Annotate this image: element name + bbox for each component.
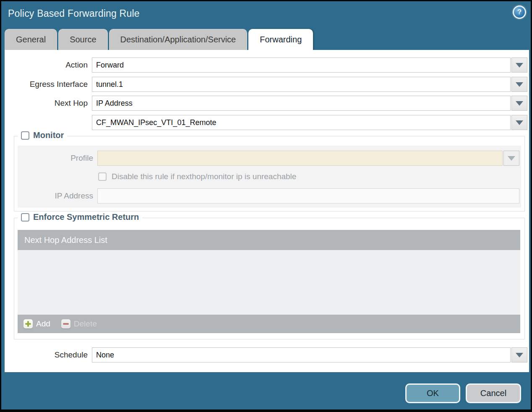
cancel-button[interactable]: Cancel bbox=[466, 383, 521, 403]
help-icon[interactable]: ? bbox=[513, 5, 526, 19]
next-hop-address-list-header: Next Hop Address List bbox=[18, 230, 520, 250]
enforce-symmetric-return-checkbox[interactable] bbox=[21, 213, 29, 222]
chevron-down-icon bbox=[516, 353, 523, 357]
action-select[interactable]: Forward bbox=[92, 57, 511, 73]
monitor-ip-address-label: IP Address bbox=[18, 191, 93, 201]
profile-select bbox=[97, 151, 503, 166]
next-hop-type-dropdown-button[interactable] bbox=[511, 96, 527, 111]
profile-dropdown-button bbox=[503, 151, 519, 166]
chevron-down-icon bbox=[516, 63, 523, 68]
enforce-symmetric-return-fieldset: Enforce Symmetric Return Next Hop Addres… bbox=[14, 218, 525, 339]
chevron-down-icon bbox=[516, 120, 523, 125]
help-glyph: ? bbox=[517, 8, 522, 16]
monitor-label: Monitor bbox=[33, 130, 64, 140]
plus-icon bbox=[23, 319, 33, 329]
tab-source[interactable]: Source bbox=[58, 29, 107, 50]
next-hop-address-list-body bbox=[18, 250, 520, 315]
delete-button-label: Delete bbox=[74, 319, 97, 329]
egress-interface-select[interactable]: tunnel.1 bbox=[92, 77, 511, 92]
chevron-down-icon bbox=[516, 101, 523, 106]
disable-rule-checkbox bbox=[98, 172, 107, 181]
enforce-symmetric-return-legend: Enforce Symmetric Return bbox=[18, 212, 142, 222]
next-hop-type-select[interactable]: IP Address bbox=[92, 96, 511, 111]
add-button-label: Add bbox=[36, 319, 50, 329]
next-hop-label: Next Hop bbox=[5, 99, 88, 108]
schedule-dropdown-button[interactable] bbox=[511, 347, 527, 362]
delete-button: Delete bbox=[61, 319, 97, 329]
next-hop-address-dropdown-button[interactable] bbox=[511, 115, 527, 130]
action-label: Action bbox=[5, 60, 88, 70]
monitor-ip-address-input bbox=[97, 188, 519, 203]
next-hop-address-list-table: Next Hop Address List Add Delete bbox=[18, 230, 520, 333]
minus-icon bbox=[61, 319, 70, 329]
chevron-down-icon bbox=[516, 82, 523, 87]
next-hop-address-row: CF_MWAN_IPsec_VTI_01_Remote bbox=[5, 115, 527, 130]
schedule-select[interactable]: None bbox=[92, 347, 511, 362]
egress-interface-dropdown-button[interactable] bbox=[511, 77, 527, 92]
next-hop-address-list-toolbar: Add Delete bbox=[18, 315, 520, 333]
tab-destination-application-service[interactable]: Destination/Application/Service bbox=[109, 29, 248, 50]
dialog-title: Policy Based Forwarding Rule bbox=[8, 8, 140, 19]
next-hop-address-value: CF_MWAN_IPsec_VTI_01_Remote bbox=[96, 118, 216, 127]
chevron-down-icon bbox=[508, 156, 515, 161]
profile-label: Profile bbox=[18, 154, 93, 163]
dialog-footer-buttons: OK Cancel bbox=[405, 383, 521, 403]
monitor-ip-address-row: IP Address bbox=[18, 189, 519, 203]
action-row: Action Forward bbox=[5, 57, 527, 73]
tab-general[interactable]: General bbox=[5, 29, 57, 50]
next-hop-type-value: IP Address bbox=[96, 99, 133, 108]
add-button[interactable]: Add bbox=[23, 319, 50, 329]
monitor-checkbox[interactable] bbox=[21, 131, 29, 140]
next-hop-address-list-header-label: Next Hop Address List bbox=[24, 235, 107, 245]
ok-button[interactable]: OK bbox=[405, 383, 460, 403]
next-hop-row: Next Hop IP Address bbox=[5, 96, 527, 111]
tab-bar: General Source Destination/Application/S… bbox=[5, 29, 313, 50]
schedule-row: Schedule None bbox=[5, 347, 527, 362]
egress-interface-label: Egress Interface bbox=[5, 80, 88, 89]
egress-interface-row: Egress Interface tunnel.1 bbox=[5, 77, 527, 92]
monitor-legend: Monitor bbox=[18, 130, 67, 140]
forwarding-panel: Action Forward Egress Interface tunnel.1… bbox=[5, 50, 529, 372]
tab-forwarding[interactable]: Forwarding bbox=[248, 29, 313, 50]
action-dropdown-button[interactable] bbox=[511, 57, 527, 73]
monitor-panel: Profile Disable this rule if nexthop/mon… bbox=[18, 146, 521, 208]
schedule-value: None bbox=[96, 351, 114, 360]
disable-rule-row: Disable this rule if nexthop/monitor ip … bbox=[98, 172, 296, 182]
enforce-symmetric-return-label: Enforce Symmetric Return bbox=[33, 212, 139, 222]
schedule-label: Schedule bbox=[5, 350, 88, 360]
monitor-fieldset: Monitor Profile Disable this rule if nex… bbox=[14, 136, 525, 211]
next-hop-address-select[interactable]: CF_MWAN_IPsec_VTI_01_Remote bbox=[92, 115, 511, 130]
action-value: Forward bbox=[96, 61, 124, 70]
disable-rule-label: Disable this rule if nexthop/monitor ip … bbox=[112, 172, 296, 181]
egress-interface-value: tunnel.1 bbox=[96, 80, 123, 89]
profile-row: Profile bbox=[18, 151, 519, 166]
pbf-rule-dialog: Policy Based Forwarding Rule ? General S… bbox=[0, 0, 532, 412]
